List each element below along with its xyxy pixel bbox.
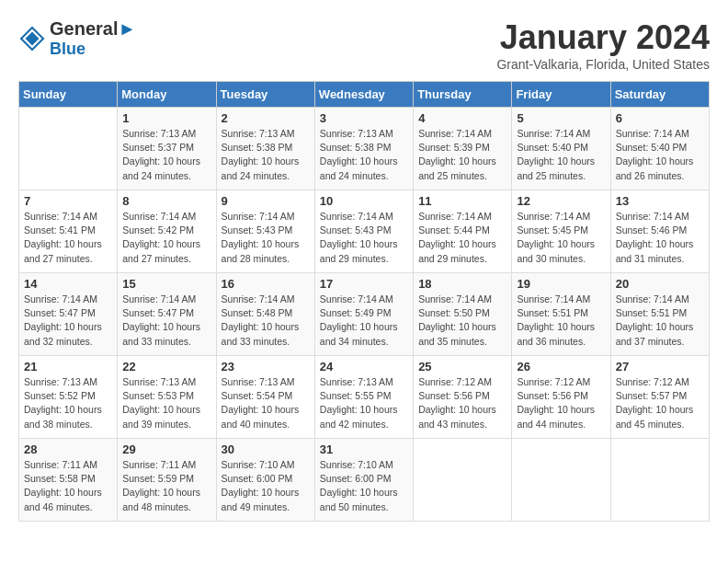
day-info: Sunrise: 7:12 AM Sunset: 5:56 PM Dayligh… [418, 375, 506, 431]
day-number: 8 [122, 194, 210, 208]
calendar-cell: 13Sunrise: 7:14 AM Sunset: 5:46 PM Dayli… [610, 190, 709, 273]
day-info: Sunrise: 7:14 AM Sunset: 5:43 PM Dayligh… [320, 210, 408, 266]
week-row-5: 28Sunrise: 7:11 AM Sunset: 5:58 PM Dayli… [19, 439, 710, 522]
day-info: Sunrise: 7:14 AM Sunset: 5:49 PM Dayligh… [320, 293, 408, 349]
day-number: 10 [320, 194, 408, 208]
day-number: 26 [517, 360, 605, 373]
day-info: Sunrise: 7:14 AM Sunset: 5:51 PM Dayligh… [517, 293, 605, 349]
day-info: Sunrise: 7:13 AM Sunset: 5:37 PM Dayligh… [122, 127, 210, 183]
calendar-cell: 16Sunrise: 7:14 AM Sunset: 5:48 PM Dayli… [216, 273, 314, 356]
calendar-cell [610, 439, 709, 522]
calendar-cell: 17Sunrise: 7:14 AM Sunset: 5:49 PM Dayli… [314, 273, 413, 356]
day-number: 4 [418, 111, 506, 125]
day-number: 19 [517, 277, 605, 291]
day-info: Sunrise: 7:14 AM Sunset: 5:50 PM Dayligh… [418, 293, 506, 349]
calendar-cell: 12Sunrise: 7:14 AM Sunset: 5:45 PM Dayli… [512, 190, 610, 273]
calendar-cell: 1Sunrise: 7:13 AM Sunset: 5:37 PM Daylig… [118, 108, 216, 190]
day-number: 3 [320, 111, 408, 125]
page-header: General► Blue January 2024 Grant-Valkari… [18, 18, 710, 72]
day-number: 23 [222, 360, 310, 373]
day-info: Sunrise: 7:11 AM Sunset: 5:58 PM Dayligh… [24, 458, 112, 514]
day-info: Sunrise: 7:14 AM Sunset: 5:45 PM Dayligh… [517, 210, 605, 266]
day-info: Sunrise: 7:14 AM Sunset: 5:48 PM Dayligh… [222, 293, 310, 349]
day-number: 15 [122, 277, 210, 291]
day-info: Sunrise: 7:12 AM Sunset: 5:57 PM Dayligh… [616, 375, 704, 431]
weekday-header-row: SundayMondayTuesdayWednesdayThursdayFrid… [19, 82, 710, 108]
day-info: Sunrise: 7:14 AM Sunset: 5:47 PM Dayligh… [24, 293, 112, 349]
day-info: Sunrise: 7:10 AM Sunset: 6:00 PM Dayligh… [320, 458, 408, 514]
day-number: 14 [24, 277, 112, 291]
day-info: Sunrise: 7:12 AM Sunset: 5:56 PM Dayligh… [517, 375, 605, 431]
day-number: 31 [320, 442, 408, 456]
day-number: 20 [616, 277, 704, 291]
calendar-cell: 30Sunrise: 7:10 AM Sunset: 6:00 PM Dayli… [216, 439, 314, 522]
day-number: 11 [418, 194, 506, 208]
calendar-cell: 11Sunrise: 7:14 AM Sunset: 5:44 PM Dayli… [414, 190, 512, 273]
day-info: Sunrise: 7:14 AM Sunset: 5:40 PM Dayligh… [517, 127, 605, 183]
week-row-2: 7Sunrise: 7:14 AM Sunset: 5:41 PM Daylig… [19, 190, 710, 273]
calendar-cell: 27Sunrise: 7:12 AM Sunset: 5:57 PM Dayli… [610, 356, 709, 439]
day-info: Sunrise: 7:13 AM Sunset: 5:54 PM Dayligh… [222, 375, 310, 431]
day-info: Sunrise: 7:14 AM Sunset: 5:41 PM Dayligh… [24, 210, 112, 266]
day-number: 27 [616, 360, 704, 373]
day-number: 9 [222, 194, 310, 208]
calendar-cell [414, 439, 512, 522]
day-number: 16 [222, 277, 310, 291]
location: Grant-Valkaria, Florida, United States [496, 57, 710, 72]
day-info: Sunrise: 7:10 AM Sunset: 6:00 PM Dayligh… [222, 458, 310, 514]
calendar-cell: 22Sunrise: 7:13 AM Sunset: 5:53 PM Dayli… [118, 356, 216, 439]
day-info: Sunrise: 7:14 AM Sunset: 5:43 PM Dayligh… [222, 210, 310, 266]
day-number: 13 [616, 194, 704, 208]
title-section: January 2024 Grant-Valkaria, Florida, Un… [496, 18, 710, 72]
calendar-cell: 29Sunrise: 7:11 AM Sunset: 5:59 PM Dayli… [118, 439, 216, 522]
calendar-cell: 20Sunrise: 7:14 AM Sunset: 5:51 PM Dayli… [610, 273, 709, 356]
day-number: 30 [222, 442, 310, 456]
day-info: Sunrise: 7:13 AM Sunset: 5:53 PM Dayligh… [122, 375, 210, 431]
weekday-header-tuesday: Tuesday [216, 82, 314, 108]
calendar-cell: 19Sunrise: 7:14 AM Sunset: 5:51 PM Dayli… [512, 273, 610, 356]
calendar-table: SundayMondayTuesdayWednesdayThursdayFrid… [18, 81, 710, 522]
day-info: Sunrise: 7:14 AM Sunset: 5:42 PM Dayligh… [122, 210, 210, 266]
calendar-cell: 18Sunrise: 7:14 AM Sunset: 5:50 PM Dayli… [414, 273, 512, 356]
weekday-header-sunday: Sunday [19, 82, 118, 108]
day-info: Sunrise: 7:14 AM Sunset: 5:51 PM Dayligh… [616, 293, 704, 349]
week-row-3: 14Sunrise: 7:14 AM Sunset: 5:47 PM Dayli… [19, 273, 710, 356]
calendar-cell [512, 439, 610, 522]
calendar-cell: 7Sunrise: 7:14 AM Sunset: 5:41 PM Daylig… [19, 190, 118, 273]
day-number: 25 [418, 360, 506, 373]
day-info: Sunrise: 7:13 AM Sunset: 5:38 PM Dayligh… [222, 127, 310, 183]
weekday-header-thursday: Thursday [414, 82, 512, 108]
weekday-header-saturday: Saturday [610, 82, 709, 108]
day-number: 12 [517, 194, 605, 208]
day-info: Sunrise: 7:14 AM Sunset: 5:47 PM Dayligh… [122, 293, 210, 349]
day-number: 2 [222, 111, 310, 125]
calendar-cell: 14Sunrise: 7:14 AM Sunset: 5:47 PM Dayli… [19, 273, 118, 356]
weekday-header-wednesday: Wednesday [314, 82, 413, 108]
calendar-cell: 9Sunrise: 7:14 AM Sunset: 5:43 PM Daylig… [216, 190, 314, 273]
calendar-cell: 25Sunrise: 7:12 AM Sunset: 5:56 PM Dayli… [414, 356, 512, 439]
day-info: Sunrise: 7:14 AM Sunset: 5:40 PM Dayligh… [616, 127, 704, 183]
calendar-cell: 6Sunrise: 7:14 AM Sunset: 5:40 PM Daylig… [610, 108, 709, 190]
month-title: January 2024 [496, 18, 710, 57]
day-number: 21 [24, 360, 112, 373]
day-number: 18 [418, 277, 506, 291]
calendar-cell: 10Sunrise: 7:14 AM Sunset: 5:43 PM Dayli… [314, 190, 413, 273]
calendar-cell: 8Sunrise: 7:14 AM Sunset: 5:42 PM Daylig… [118, 190, 216, 273]
day-number: 22 [122, 360, 210, 373]
calendar-cell: 15Sunrise: 7:14 AM Sunset: 5:47 PM Dayli… [118, 273, 216, 356]
week-row-4: 21Sunrise: 7:13 AM Sunset: 5:52 PM Dayli… [19, 356, 710, 439]
calendar-cell: 3Sunrise: 7:13 AM Sunset: 5:38 PM Daylig… [314, 108, 413, 190]
calendar-cell: 2Sunrise: 7:13 AM Sunset: 5:38 PM Daylig… [216, 108, 314, 190]
calendar-cell: 4Sunrise: 7:14 AM Sunset: 5:39 PM Daylig… [414, 108, 512, 190]
calendar-cell: 24Sunrise: 7:13 AM Sunset: 5:55 PM Dayli… [314, 356, 413, 439]
day-info: Sunrise: 7:11 AM Sunset: 5:59 PM Dayligh… [122, 458, 210, 514]
day-number: 1 [122, 111, 210, 125]
day-info: Sunrise: 7:13 AM Sunset: 5:52 PM Dayligh… [24, 375, 112, 431]
calendar-cell: 31Sunrise: 7:10 AM Sunset: 6:00 PM Dayli… [314, 439, 413, 522]
day-info: Sunrise: 7:14 AM Sunset: 5:46 PM Dayligh… [616, 210, 704, 266]
day-info: Sunrise: 7:13 AM Sunset: 5:38 PM Dayligh… [320, 127, 408, 183]
calendar-cell: 26Sunrise: 7:12 AM Sunset: 5:56 PM Dayli… [512, 356, 610, 439]
day-number: 28 [24, 442, 112, 456]
day-number: 29 [122, 442, 210, 456]
day-number: 5 [517, 111, 605, 125]
